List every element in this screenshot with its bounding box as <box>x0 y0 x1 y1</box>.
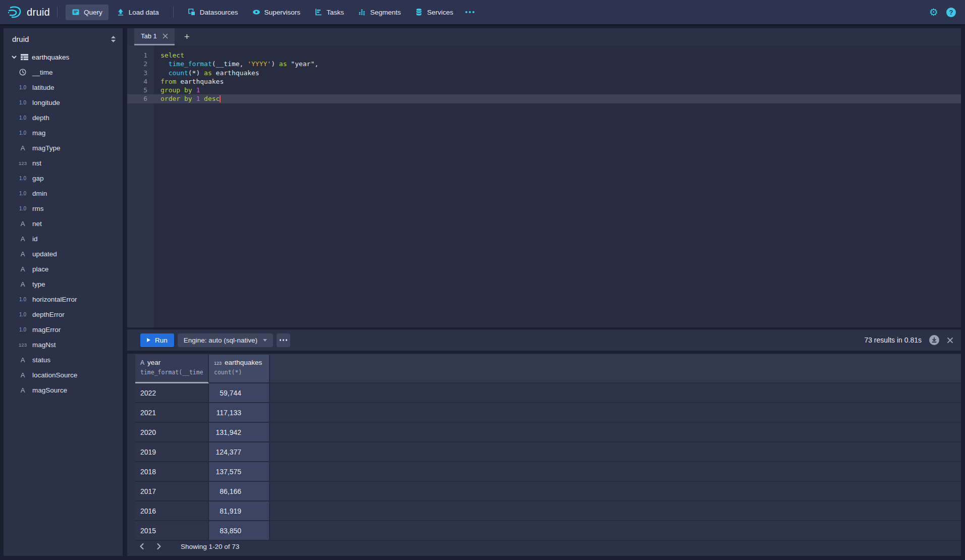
sidebar-column-magError[interactable]: 1.0magError <box>4 322 123 337</box>
query-more-button[interactable] <box>277 333 290 347</box>
sidebar-column-net[interactable]: Anet <box>4 216 123 231</box>
cell-year[interactable]: 2018 <box>135 462 209 482</box>
sidebar-column-magNst[interactable]: 123magNst <box>4 337 123 352</box>
column-name: magNst <box>32 341 56 349</box>
float-type-icon: 1.0 <box>17 115 29 121</box>
sidebar-column-horizontalError[interactable]: 1.0horizontalError <box>4 292 123 307</box>
cell-year[interactable]: 2021 <box>135 403 209 423</box>
new-tab-button[interactable]: + <box>181 31 193 42</box>
float-type-icon: 1.0 <box>17 191 29 196</box>
sidebar-column-updated[interactable]: Aupdated <box>4 246 123 261</box>
cell-earthquakes[interactable]: 81,919 <box>209 501 270 521</box>
cell-year[interactable]: 2015 <box>135 521 209 541</box>
nav-item-segments[interactable]: Segments <box>352 5 407 20</box>
cell-filler <box>270 521 961 541</box>
sidebar-column-dmin[interactable]: 1.0dmin <box>4 186 123 201</box>
navbar-more-button[interactable] <box>460 5 479 20</box>
cell-earthquakes[interactable]: 124,377 <box>209 442 270 462</box>
column-header-earthquakes[interactable]: 123 earthquakes count(*) <box>209 355 270 383</box>
column-header-year[interactable]: A year time_format(__time, … <box>135 355 209 383</box>
results-summary: 73 results in 0.81s <box>864 336 922 344</box>
druid-logo-icon <box>7 5 22 20</box>
column-name: place <box>32 265 48 273</box>
code-text: from earthquakes <box>154 77 224 86</box>
cell-earthquakes[interactable]: 83,850 <box>209 521 270 541</box>
line-number: 4 <box>127 77 154 86</box>
nav-item-label: Services <box>427 9 453 16</box>
settings-gear-icon[interactable]: ⚙ <box>929 7 938 17</box>
engine-select-button[interactable]: Engine: auto (sql-native) <box>178 333 273 347</box>
long-type-icon: 123 <box>17 160 29 166</box>
gantt-icon <box>314 8 323 16</box>
cell-filler <box>270 383 961 403</box>
sidebar-column-id[interactable]: Aid <box>4 231 123 246</box>
sidebar-column-nst[interactable]: 123nst <box>4 155 123 171</box>
nav-item-label: Segments <box>370 9 401 16</box>
nav-item-load-data[interactable]: Load data <box>111 5 165 20</box>
download-results-icon[interactable] <box>929 335 939 345</box>
nav-item-label: Load data <box>129 9 159 16</box>
sidebar-column-rms[interactable]: 1.0rms <box>4 201 123 216</box>
sidebar-column-mag[interactable]: 1.0mag <box>4 125 123 140</box>
cell-year[interactable]: 2016 <box>135 501 209 521</box>
cell-earthquakes[interactable]: 131,942 <box>209 423 270 442</box>
tab-close-icon[interactable] <box>163 33 168 39</box>
tab-tab-1[interactable]: Tab 1 <box>134 28 175 45</box>
cell-earthquakes[interactable]: 86,166 <box>209 482 270 501</box>
sidebar-table-earthquakes[interactable]: earthquakes <box>4 49 123 65</box>
double-caret-sort-icon[interactable] <box>111 35 116 43</box>
nav-item-query[interactable]: Query <box>66 5 109 20</box>
schema-selector[interactable]: druid <box>4 28 123 49</box>
column-name: rms <box>32 205 44 212</box>
nav-item-services[interactable]: Services <box>409 5 459 20</box>
table-name: earthquakes <box>32 53 69 61</box>
column-name: updated <box>32 250 57 258</box>
close-results-icon[interactable] <box>947 337 953 344</box>
cell-earthquakes[interactable]: 117,133 <box>209 403 270 423</box>
cell-year[interactable]: 2022 <box>135 383 209 403</box>
previous-page-button[interactable] <box>135 540 148 552</box>
datasources-icon <box>188 8 196 16</box>
sidebar-column-magType[interactable]: AmagType <box>4 140 123 155</box>
code-text: time_format(__time, 'YYYY') as "year", <box>154 60 318 68</box>
eye-icon <box>252 8 260 16</box>
sidebar-column-gap[interactable]: 1.0gap <box>4 171 123 186</box>
druid-brand[interactable]: druid <box>7 5 50 20</box>
line-number: 1 <box>127 51 154 60</box>
sidebar-column-status[interactable]: Astatus <box>4 352 123 367</box>
sidebar-column-locationSource[interactable]: AlocationSource <box>4 367 123 382</box>
upload-icon <box>117 8 125 16</box>
nav-item-label: Query <box>84 9 102 16</box>
sidebar-column-longitude[interactable]: 1.0longitude <box>4 95 123 110</box>
table-row: 2019124,377 <box>135 442 961 462</box>
cell-earthquakes[interactable]: 137,575 <box>209 462 270 482</box>
number-type-icon: 123 <box>214 361 222 366</box>
sidebar-column-place[interactable]: Aplace <box>4 261 123 276</box>
string-type-icon: A <box>17 250 29 258</box>
nav-item-supervisors[interactable]: Supervisors <box>246 5 306 20</box>
cell-year[interactable]: 2019 <box>135 442 209 462</box>
next-page-button[interactable] <box>152 540 166 552</box>
nav-item-label: Tasks <box>327 9 344 16</box>
sidebar-column-magSource[interactable]: AmagSource <box>4 382 123 398</box>
segments-icon <box>358 8 366 16</box>
cell-year[interactable]: 2020 <box>135 423 209 442</box>
cell-earthquakes[interactable]: 59,744 <box>209 383 270 403</box>
line-number: 2 <box>127 60 154 68</box>
table-row: 201583,850 <box>135 521 961 541</box>
help-icon[interactable]: ? <box>946 8 956 17</box>
sql-editor[interactable]: 1select2 time_format(__time, 'YYYY') as … <box>127 45 961 327</box>
nav-item-tasks[interactable]: Tasks <box>308 5 350 20</box>
run-button[interactable]: Run <box>140 333 174 347</box>
nav-item-datasources[interactable]: Datasources <box>182 5 244 20</box>
code-line: 6order by 1 desc <box>127 94 961 103</box>
cell-year[interactable]: 2017 <box>135 482 209 501</box>
string-type-icon: A <box>17 386 29 394</box>
time-column-icon <box>17 69 29 76</box>
sidebar-column-depthError[interactable]: 1.0depthError <box>4 307 123 322</box>
sidebar-column-latitude[interactable]: 1.0latitude <box>4 80 123 95</box>
sidebar-column-__time[interactable]: __time <box>4 65 123 80</box>
table-row: 2018137,575 <box>135 462 961 482</box>
sidebar-column-type[interactable]: Atype <box>4 276 123 292</box>
sidebar-column-depth[interactable]: 1.0depth <box>4 110 123 125</box>
